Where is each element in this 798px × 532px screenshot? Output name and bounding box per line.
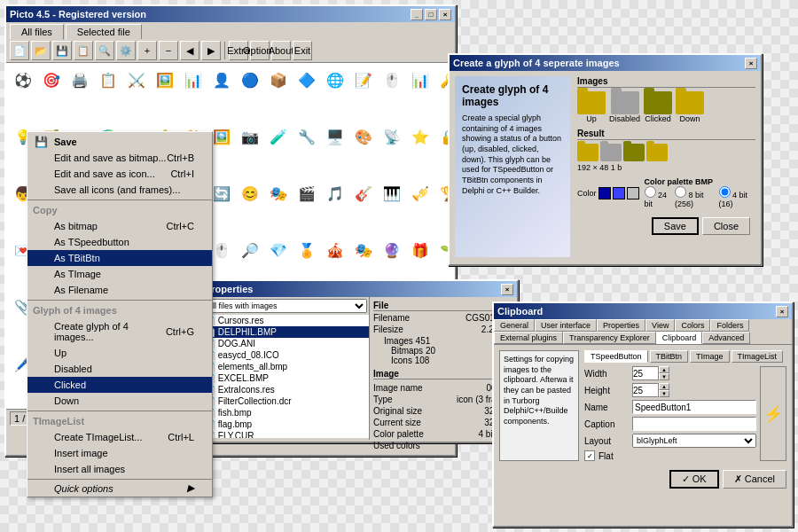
icon-cell[interactable]: 😊	[237, 180, 263, 207]
close-button[interactable]: ×	[439, 9, 451, 20]
glyph-close-button[interactable]: ×	[745, 58, 757, 69]
bit-4[interactable]: 4 bit (16)	[719, 186, 755, 208]
width-input[interactable]	[632, 366, 659, 380]
icon-cell[interactable]: 🔷	[293, 66, 320, 93]
icon-cell[interactable]: 💎	[265, 237, 292, 263]
icon-cell[interactable]: 🧪	[265, 123, 292, 150]
icon-cell[interactable]: 🏅	[293, 237, 320, 263]
ctx-copy-bitmap[interactable]: As bitmap Ctrl+C	[27, 218, 212, 234]
file-item[interactable]: 📄 flag.bmp	[201, 419, 369, 430]
icon-cell[interactable]: 👤	[208, 66, 235, 93]
bit-8[interactable]: 8 bit (256)	[675, 186, 716, 208]
icon-cell[interactable]: 🖼️	[152, 66, 178, 93]
file-item[interactable]: 📄 FLY.CUR	[201, 430, 369, 438]
file-item[interactable]: 📄 elements_all.bmp	[201, 361, 369, 372]
icon-cell[interactable]: 🖥️	[322, 123, 348, 150]
file-item[interactable]: 📄 EXCEL.BMP	[201, 372, 369, 384]
toolbar-copy[interactable]: 📋	[74, 41, 93, 60]
file-item[interactable]: 📄 ExtraIcons.res	[201, 384, 369, 395]
ctx-glyph-clicked[interactable]: Clicked	[27, 377, 212, 393]
width-spinner[interactable]: ▲ ▼	[632, 366, 669, 380]
icon-cell[interactable]: 📝	[350, 66, 377, 93]
ctx-create-glyph[interactable]: Create glyph of 4 images... Ctrl+G	[27, 318, 212, 345]
toolbar-search[interactable]: 🔍	[95, 41, 114, 60]
toolbar-save[interactable]: 💾	[52, 41, 72, 60]
tab-properties[interactable]: Properties	[597, 319, 645, 332]
icon-cell[interactable]: 🌐	[322, 66, 348, 93]
icon-cell[interactable]: 🖨️	[66, 66, 93, 93]
glyph-state-clicked[interactable]: Clicked	[644, 91, 672, 123]
icon-cell[interactable]: 🖱️	[379, 66, 405, 93]
clipboard-cancel-button[interactable]: ✗ Cancel	[723, 470, 786, 489]
bit-24[interactable]: 24 bit	[645, 186, 672, 208]
clipboard-ok-button[interactable]: ✓ OK	[669, 470, 719, 489]
tab-view[interactable]: View	[645, 319, 675, 332]
file-item[interactable]: 📄 DOG.ANI	[201, 338, 369, 349]
ctx-copy-tbitbtn[interactable]: As TBitBtn	[27, 250, 212, 266]
toolbar-open[interactable]: 📂	[31, 41, 51, 60]
glyph-state-disabled[interactable]: Disabled	[609, 91, 640, 123]
icon-cell[interactable]: 🎁	[407, 237, 434, 263]
ctx-save-all[interactable]: Save all icons (and frames)...	[27, 182, 212, 198]
height-down-button[interactable]: ▼	[659, 390, 669, 397]
toolbar-new[interactable]: 📄	[10, 41, 29, 60]
tab-folders[interactable]: Folders	[710, 319, 749, 332]
ctx-copy-timage[interactable]: As TImage	[27, 266, 212, 282]
caption-input[interactable]	[632, 417, 756, 431]
name-input[interactable]	[632, 400, 756, 414]
icon-cell[interactable]: 📡	[379, 123, 405, 150]
icon-cell[interactable]: 🔮	[379, 237, 405, 263]
flat-checkbox[interactable]: ✓	[584, 450, 595, 461]
toolbar-exit[interactable]: Exit	[293, 41, 312, 60]
component-tab-tbitbtn[interactable]: TBitBtn	[650, 350, 689, 363]
layout-dropdown[interactable]: blGlyphLeft	[632, 434, 756, 448]
icon-cell[interactable]: 🎵	[322, 180, 348, 207]
ctx-edit-save-icon[interactable]: Edit and save as icon... Ctrl+I	[27, 166, 212, 182]
height-spinner[interactable]: ▲ ▼	[632, 383, 669, 397]
toolbar-about[interactable]: About	[271, 41, 291, 60]
icon-cell[interactable]: 🎬	[293, 180, 320, 207]
tab-all-files[interactable]: All files	[10, 24, 64, 40]
toolbar-options[interactable]: Options	[250, 41, 270, 60]
props-close-button[interactable]: ×	[501, 284, 513, 295]
ctx-create-timagelist[interactable]: Create TImageList... Ctrl+L	[27, 429, 212, 445]
icon-cell[interactable]: ⭐	[407, 123, 434, 150]
icon-cell[interactable]: 📊	[407, 66, 434, 93]
file-item[interactable]: 📄 Cursors.res	[201, 315, 369, 326]
glyph-save-button[interactable]: Save	[652, 217, 699, 235]
tab-selected-file[interactable]: Selected file	[66, 24, 142, 39]
component-tab-timage[interactable]: TImage	[690, 350, 730, 363]
tab-colors[interactable]: Colors	[675, 319, 710, 332]
height-up-button[interactable]: ▲	[659, 383, 669, 390]
file-item[interactable]: 📄 fish.bmp	[201, 407, 369, 419]
glyph-close-btn[interactable]: Close	[702, 217, 750, 235]
file-item-selected[interactable]: 📄 DELPHIL.BMP	[201, 326, 369, 338]
tab-clipboard[interactable]: Clipboard	[656, 332, 703, 344]
icon-cell[interactable]: 🎭	[265, 180, 292, 207]
icon-cell[interactable]: 🎯	[38, 66, 65, 93]
height-input[interactable]	[632, 383, 659, 397]
icon-cell[interactable]: 🔧	[293, 123, 320, 150]
tab-transparency-explorer[interactable]: Transparency Explorer	[563, 332, 656, 344]
icon-cell[interactable]: 🔎	[237, 237, 263, 263]
width-up-button[interactable]: ▲	[659, 366, 669, 373]
icon-cell[interactable]: 📊	[180, 66, 207, 93]
file-list[interactable]: 📄 Cursors.res 📄 DELPHIL.BMP 📄 DOG.ANI 📄 …	[201, 315, 369, 438]
glyph-state-down[interactable]: Down	[676, 91, 704, 123]
icon-cell[interactable]: 🎹	[379, 180, 405, 207]
ctx-insert-image[interactable]: Insert image	[27, 445, 212, 461]
icon-cell[interactable]: 🎸	[350, 180, 377, 207]
toolbar-next[interactable]: ▶	[201, 41, 221, 60]
icon-cell[interactable]: 📷	[237, 123, 263, 150]
color-swatch-2[interactable]	[613, 187, 625, 200]
icon-cell[interactable]: 📋	[95, 66, 121, 93]
ctx-glyph-disabled[interactable]: Disabled	[27, 361, 212, 377]
minimize-button[interactable]: _	[411, 9, 423, 20]
icon-cell[interactable]: ⚽	[10, 66, 36, 93]
tab-user-interface[interactable]: User interface	[535, 319, 597, 332]
ctx-save[interactable]: 💾 Save	[27, 134, 212, 150]
ctx-copy-filename[interactable]: As Filename	[27, 282, 212, 298]
ctx-edit-save-bitmap[interactable]: Edit and save as bitmap... Ctrl+B	[27, 150, 212, 166]
icon-cell[interactable]: 🎨	[350, 123, 377, 150]
icon-cell[interactable]: 🎺	[407, 180, 434, 207]
